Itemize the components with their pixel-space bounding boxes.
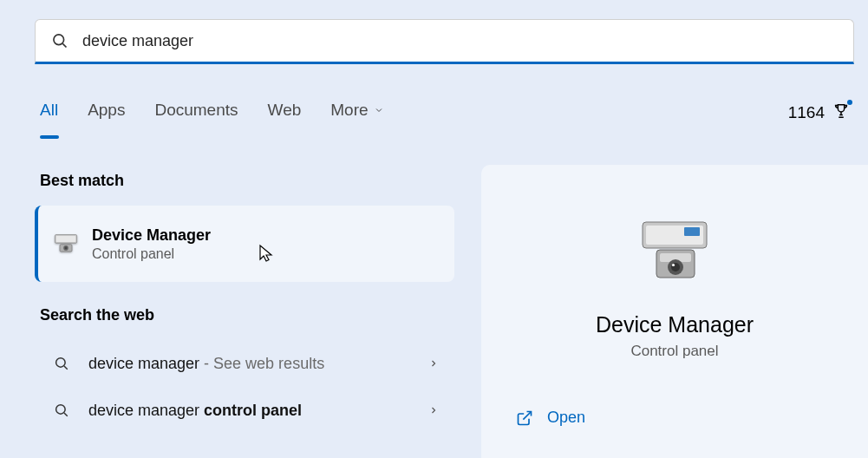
best-match-subtitle: Control panel [92,246,211,262]
web-result-text: device manager control panel [88,402,428,420]
chevron-right-icon [428,358,439,369]
rewards-count: 1164 [788,103,825,122]
svg-point-18 [672,264,675,266]
preview-title: Device Manager [596,312,754,337]
svg-line-10 [64,413,68,416]
cursor-icon [258,244,274,263]
svg-line-1 [62,43,66,47]
svg-line-8 [64,366,68,370]
svg-point-9 [56,405,66,415]
svg-rect-13 [684,227,700,236]
open-action[interactable]: Open [516,409,833,427]
device-manager-icon [54,232,78,255]
search-bar [35,19,854,64]
preview-header: Device Manager Control panel [481,165,868,360]
preview-subtitle: Control panel [630,343,718,360]
chevron-right-icon [428,405,439,415]
search-input[interactable] [82,32,838,50]
best-match-text: Device Manager Control panel [92,226,211,262]
tab-web[interactable]: Web [268,101,302,125]
web-result-0[interactable]: device manager - See web results [35,340,454,387]
tab-more[interactable]: More [330,101,383,125]
search-icon [54,356,69,371]
tab-apps[interactable]: Apps [88,101,125,125]
preview-actions: Open [481,409,868,427]
section-best-match: Best match [40,172,454,190]
search-icon [51,32,69,49]
device-manager-icon [636,217,714,290]
tab-documents[interactable]: Documents [154,101,238,125]
open-label: Open [547,409,585,427]
best-match-result[interactable]: Device Manager Control panel [35,206,454,282]
web-result-text: device manager - See web results [88,355,428,373]
filter-tabs: All Apps Documents Web More 1164 [40,101,851,125]
preview-pane: Device Manager Control panel Open [481,165,868,458]
rewards-counter[interactable]: 1164 [788,101,851,125]
svg-point-6 [65,247,68,250]
trophy-icon [832,101,851,125]
web-result-1[interactable]: device manager control panel [35,387,454,434]
search-icon [54,402,69,418]
web-results-section: Search the web device manager - See web … [35,306,454,434]
svg-rect-3 [56,236,75,242]
chevron-down-icon [374,105,384,115]
results-column: Best match Device Manager Control panel … [35,172,454,434]
svg-point-0 [54,35,64,45]
best-match-title: Device Manager [92,226,211,245]
tab-more-label: More [330,101,368,120]
svg-point-7 [56,358,66,368]
section-search-web: Search the web [40,306,454,324]
open-icon [516,409,533,427]
tab-all[interactable]: All [40,101,58,125]
